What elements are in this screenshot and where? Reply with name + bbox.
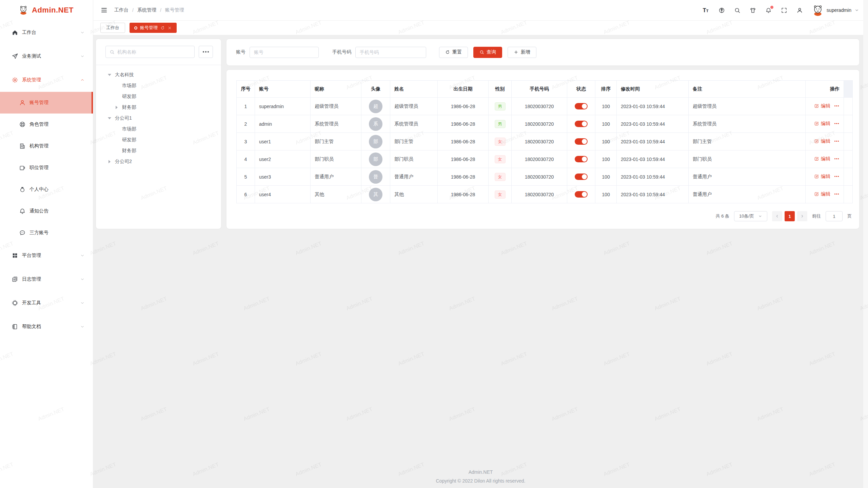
tree-node[interactable]: 市场部 xyxy=(105,80,213,91)
status-toggle[interactable] xyxy=(575,156,588,162)
gender-tag: 女 xyxy=(495,190,506,199)
page-number-1[interactable]: 1 xyxy=(785,211,795,221)
org-management-icon xyxy=(19,143,26,149)
add-button[interactable]: 新增 xyxy=(508,47,536,58)
status-toggle[interactable] xyxy=(575,174,588,180)
topbar: 工作台 / 系统管理 / 账号管理 TT xyxy=(93,0,868,20)
help-docs-icon xyxy=(12,323,18,330)
row-more-button[interactable] xyxy=(834,121,840,126)
sidebar-item-log-management[interactable]: 日志管理 xyxy=(0,267,93,291)
sidebar-item-personal-center[interactable]: 个人中心 xyxy=(0,179,93,200)
row-more-button[interactable] xyxy=(834,174,840,179)
edit-icon xyxy=(814,191,819,197)
collapse-menu-icon[interactable] xyxy=(101,7,107,14)
sidebar-item-business-test[interactable]: 业务测试 xyxy=(0,44,93,68)
sidebar-item-third-party-account[interactable]: 三方账号 xyxy=(0,222,93,244)
column-header-sort: 排序 xyxy=(595,81,617,98)
tree-node[interactable]: 市场部 xyxy=(105,124,213,135)
cell-index: 3 xyxy=(237,133,255,150)
status-toggle[interactable] xyxy=(575,103,588,109)
org-search-input[interactable] xyxy=(117,49,191,55)
sidebar-item-dev-tools[interactable]: 开发工具 xyxy=(0,291,93,315)
active-tab-dot-icon xyxy=(134,26,137,29)
cell-avatar_text: 部 xyxy=(361,150,390,168)
chevron-down-icon xyxy=(80,253,85,258)
sidebar-item-workbench[interactable]: 工作台 xyxy=(0,21,93,44)
tree-node[interactable]: 大名科技 xyxy=(105,69,213,80)
avatar: 其 xyxy=(369,188,382,201)
user-menu[interactable]: superadmin xyxy=(812,4,859,16)
sidebar-item-account-management[interactable]: 账号管理 xyxy=(0,92,93,114)
search-icon[interactable] xyxy=(734,7,741,14)
account-input[interactable] xyxy=(250,47,319,58)
cell-status xyxy=(567,115,595,133)
personal-center-icon xyxy=(19,186,26,193)
breadcrumb-item-workbench[interactable]: 工作台 xyxy=(114,7,129,13)
content: 大名科技市场部研发部财务部分公司1市场部研发部财务部分公司2 账号 手机号码 重… xyxy=(93,35,868,488)
page-size-select[interactable]: 10条/页 xyxy=(734,211,767,221)
caret-right-icon xyxy=(116,106,118,109)
account-management-icon xyxy=(19,99,26,106)
tree-node[interactable]: 财务部 xyxy=(105,145,213,156)
tree-node[interactable]: 研发部 xyxy=(105,135,213,145)
row-more-button[interactable] xyxy=(834,191,840,197)
cell-actions: 编辑 xyxy=(806,186,844,203)
tab-refresh-icon[interactable] xyxy=(160,26,165,30)
cell-remark: 普通用户 xyxy=(689,168,806,186)
row-more-button[interactable] xyxy=(834,138,840,144)
profile-icon[interactable] xyxy=(796,7,803,14)
edit-label: 编辑 xyxy=(821,138,830,144)
row-more-button[interactable] xyxy=(834,156,840,162)
row-more-button[interactable] xyxy=(834,103,840,109)
cell-actions: 编辑 xyxy=(806,133,844,150)
status-toggle[interactable] xyxy=(575,191,588,198)
sidebar-item-platform-management[interactable]: 平台管理 xyxy=(0,244,93,267)
fullscreen-icon[interactable] xyxy=(781,7,787,14)
sidebar-item-system-management[interactable]: 系统管理 xyxy=(0,68,93,92)
theme-icon[interactable] xyxy=(750,7,756,14)
tab-account-management[interactable]: 账号管理 xyxy=(130,23,177,33)
avatar: 部 xyxy=(369,135,382,148)
edit-button[interactable]: 编辑 xyxy=(814,156,830,162)
scrollbar-track[interactable] xyxy=(863,0,868,488)
sidebar-item-position-management[interactable]: 职位管理 xyxy=(0,157,93,179)
edit-button[interactable]: 编辑 xyxy=(814,191,830,197)
tree-node[interactable]: 分公司1 xyxy=(105,113,213,124)
tree-node[interactable]: 研发部 xyxy=(105,91,213,102)
font-size-icon[interactable]: TT xyxy=(703,7,709,14)
sidebar-item-help-docs[interactable]: 帮助文档 xyxy=(0,315,93,339)
tree-more-button[interactable] xyxy=(199,46,213,58)
page-unit-label: 页 xyxy=(847,213,852,219)
edit-button[interactable]: 编辑 xyxy=(814,121,830,127)
cell-birth: 1986-06-28 xyxy=(438,168,489,186)
jump-page-input[interactable] xyxy=(826,211,843,221)
edit-button[interactable]: 编辑 xyxy=(814,103,830,109)
prev-page-button[interactable] xyxy=(772,211,782,221)
tree-node[interactable]: 分公司2 xyxy=(105,156,213,167)
accounts-table: 序号账号昵称头像姓名出生日期性别手机号码状态排序修改时间备注操作 1supera… xyxy=(236,80,853,203)
sidebar-item-label: 账号管理 xyxy=(29,100,83,106)
notification-icon[interactable] xyxy=(765,7,772,14)
cell-actions: 编辑 xyxy=(806,168,844,186)
reset-button[interactable]: 重置 xyxy=(439,47,468,58)
org-search-field[interactable] xyxy=(105,46,195,58)
sidebar-item-label: 角色管理 xyxy=(29,121,85,127)
status-toggle[interactable] xyxy=(575,121,588,127)
sidebar-item-role-management[interactable]: 角色管理 xyxy=(0,114,93,135)
tab-workbench[interactable]: 工作台 xyxy=(100,23,125,33)
edit-button[interactable]: 编辑 xyxy=(814,138,830,144)
next-page-button[interactable] xyxy=(797,211,807,221)
sidebar-item-notice-announcement[interactable]: 通知公告 xyxy=(0,200,93,222)
sidebar-item-org-management[interactable]: 机构管理 xyxy=(0,135,93,157)
search-button[interactable]: 查询 xyxy=(473,47,502,58)
cell-avatar_text: 系 xyxy=(361,115,390,133)
language-icon[interactable] xyxy=(718,7,725,14)
logo[interactable]: Admin.NET xyxy=(0,0,93,20)
phone-input[interactable] xyxy=(355,47,426,58)
breadcrumb-item-system-management[interactable]: 系统管理 xyxy=(137,7,156,13)
tab-close-icon[interactable] xyxy=(167,26,172,30)
position-management-icon xyxy=(19,164,26,171)
edit-button[interactable]: 编辑 xyxy=(814,174,830,180)
tree-node[interactable]: 财务部 xyxy=(105,102,213,113)
status-toggle[interactable] xyxy=(575,138,588,145)
